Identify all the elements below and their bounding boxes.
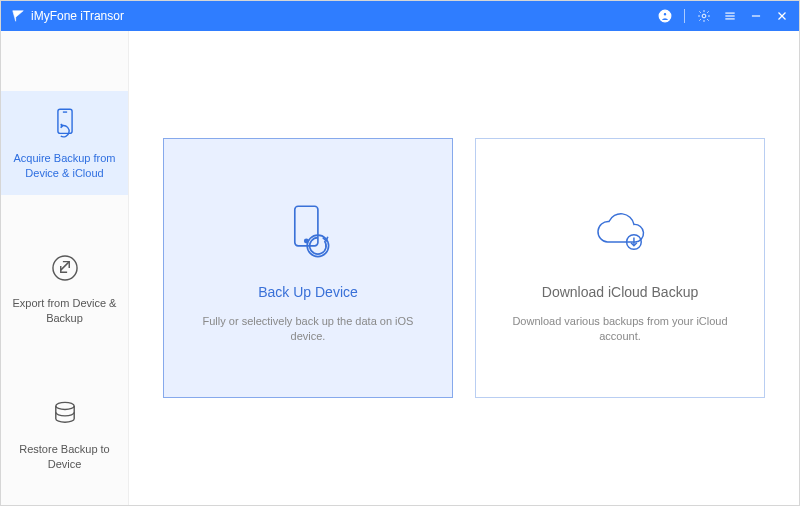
sidebar-item-label: Restore Backup to Device [10, 442, 120, 472]
sidebar-item-export[interactable]: Export from Device & Backup [1, 237, 128, 341]
export-icon [48, 251, 82, 289]
minimize-button[interactable] [749, 9, 763, 23]
sidebar: Acquire Backup from Device & iCloud Expo… [1, 31, 129, 505]
app-title: iMyFone iTransor [31, 9, 124, 23]
svg-rect-9 [57, 109, 71, 133]
body: Acquire Backup from Device & iCloud Expo… [1, 31, 799, 505]
menu-icon[interactable] [723, 9, 737, 23]
cloud-download-icon [587, 192, 653, 270]
sidebar-item-label: Export from Device & Backup [10, 296, 120, 326]
svg-point-13 [55, 402, 73, 409]
card-back-up-device[interactable]: Back Up Device Fully or selectively back… [163, 138, 453, 398]
svg-point-11 [52, 255, 76, 279]
titlebar-controls [658, 9, 789, 23]
card-description: Download various backups from your iClou… [496, 314, 744, 345]
phone-refresh-icon [48, 105, 82, 143]
app-window: iMyFone iTransor [0, 0, 800, 506]
card-title: Back Up Device [258, 284, 358, 300]
sidebar-item-restore[interactable]: Restore Backup to Device [1, 382, 128, 486]
gear-icon[interactable] [697, 9, 711, 23]
card-download-icloud[interactable]: Download iCloud Backup Download various … [475, 138, 765, 398]
app-brand: iMyFone iTransor [11, 9, 124, 23]
titlebar-separator [684, 9, 685, 23]
card-title: Download iCloud Backup [542, 284, 698, 300]
svg-line-12 [60, 261, 69, 270]
svg-point-1 [663, 12, 667, 16]
close-button[interactable] [775, 9, 789, 23]
svg-point-2 [702, 14, 706, 18]
sidebar-item-label: Acquire Backup from Device & iCloud [10, 151, 120, 181]
card-description: Fully or selectively back up the data on… [184, 314, 432, 345]
titlebar: iMyFone iTransor [1, 1, 799, 31]
sidebar-item-acquire-backup[interactable]: Acquire Backup from Device & iCloud [1, 91, 128, 195]
account-icon[interactable] [658, 9, 672, 23]
device-backup-icon [275, 192, 341, 270]
app-logo-icon [11, 9, 25, 23]
database-icon [48, 396, 82, 434]
main-content: Back Up Device Fully or selectively back… [129, 31, 799, 505]
